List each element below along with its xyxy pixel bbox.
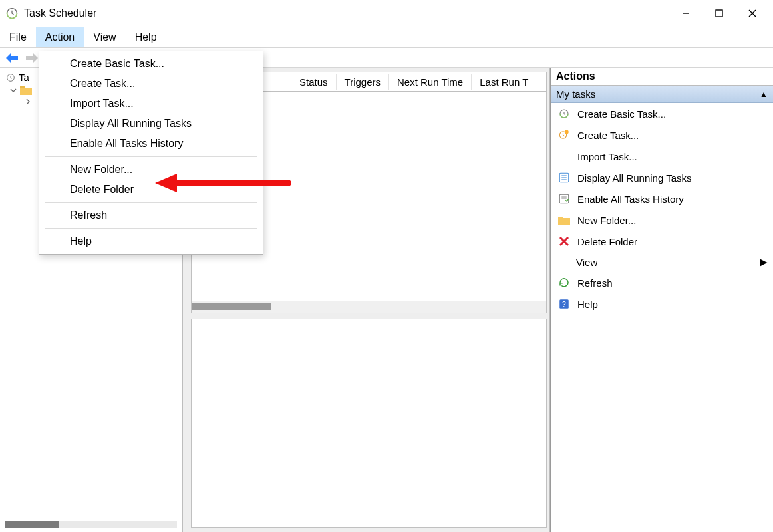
action-label: Display All Running Tasks [577, 172, 691, 184]
action-label: New Folder... [577, 215, 636, 226]
svg-rect-9 [20, 86, 25, 88]
collapse-caret-icon: ▲ [760, 90, 768, 99]
blank-icon [557, 150, 571, 163]
chevron-right-icon [24, 98, 32, 106]
toolbar-forward-button[interactable] [24, 50, 40, 66]
tree-root-label: Ta [19, 72, 29, 83]
clock-plus-icon [557, 128, 571, 142]
close-button[interactable] [737, 3, 768, 24]
col-triggers[interactable]: Triggers [337, 74, 389, 90]
actions-pane-title: Actions [551, 68, 773, 86]
action-view-submenu[interactable]: View ▶ [551, 252, 773, 272]
menu-import-task[interactable]: Import Task... [39, 94, 263, 114]
action-label: View [557, 257, 753, 268]
svg-rect-6 [10, 56, 18, 60]
menu-view[interactable]: View [84, 27, 125, 47]
svg-rect-7 [26, 56, 34, 60]
col-next-run[interactable]: Next Run Time [389, 74, 472, 90]
action-delete-folder[interactable]: Delete Folder [551, 231, 773, 252]
col-status[interactable]: Status [291, 74, 337, 90]
maximize-button[interactable] [704, 3, 734, 24]
svg-point-13 [565, 130, 569, 134]
action-label: Enable All Tasks History [577, 194, 684, 205]
action-create-task[interactable]: Create Task... [551, 124, 773, 146]
actions-group-header[interactable]: My tasks ▲ [551, 86, 773, 103]
action-help[interactable]: ? Help [551, 293, 773, 315]
list-icon [557, 171, 571, 184]
details-pane [191, 319, 547, 529]
tree-horizontal-scrollbar[interactable] [5, 521, 177, 528]
svg-marker-26 [155, 174, 177, 192]
menu-file[interactable]: File [0, 27, 36, 47]
action-create-basic-task[interactable]: Create Basic Task... [551, 103, 773, 124]
action-label: Delete Folder [577, 236, 637, 247]
svg-rect-3 [716, 10, 722, 17]
minimize-button[interactable] [671, 3, 701, 24]
action-label: Refresh [577, 277, 613, 289]
folder-icon [20, 86, 32, 95]
svg-text:?: ? [562, 300, 566, 308]
menu-display-running-tasks[interactable]: Display All Running Tasks [39, 114, 263, 134]
actions-group-label: My tasks [556, 88, 595, 100]
action-refresh[interactable]: Refresh [551, 272, 773, 293]
menu-create-basic-task[interactable]: Create Basic Task... [39, 54, 263, 74]
action-label: Create Task... [577, 130, 639, 141]
menu-enable-history[interactable]: Enable All Tasks History [39, 134, 263, 154]
action-label: Create Basic Task... [577, 108, 666, 120]
app-clock-icon [5, 7, 19, 20]
menu-action[interactable]: Action [36, 27, 84, 47]
tree-root-clock-icon [5, 72, 16, 83]
menu-refresh[interactable]: Refresh [39, 205, 263, 225]
table-horizontal-scrollbar[interactable] [191, 301, 547, 313]
help-icon: ? [557, 297, 571, 311]
action-enable-history[interactable]: Enable All Tasks History [551, 188, 773, 209]
action-new-folder[interactable]: New Folder... [551, 209, 773, 231]
menu-help[interactable]: Help [39, 231, 263, 251]
action-display-running-tasks[interactable]: Display All Running Tasks [551, 167, 773, 188]
action-label: Import Task... [577, 151, 637, 162]
chevron-down-icon [9, 86, 17, 94]
menu-help[interactable]: Help [126, 27, 166, 47]
delete-icon [557, 235, 571, 248]
actions-panel: Actions My tasks ▲ Create Basic Task... … [550, 68, 773, 532]
menu-separator [45, 228, 257, 229]
menu-separator [45, 156, 257, 157]
action-label: Help [577, 299, 598, 310]
menu-separator [45, 202, 257, 203]
refresh-icon [557, 276, 571, 289]
center-splitter[interactable] [191, 313, 547, 319]
chevron-right-icon: ▶ [760, 256, 768, 268]
window-title: Task Scheduler [24, 7, 96, 19]
folder-new-icon [557, 213, 571, 227]
list-check-icon [557, 192, 571, 205]
col-last-run[interactable]: Last Run T [472, 74, 536, 90]
clock-icon [557, 107, 571, 120]
menu-bar: File Action View Help [0, 27, 773, 48]
action-dropdown-menu: Create Basic Task... Create Task... Impo… [39, 51, 263, 255]
annotation-arrow [152, 170, 291, 198]
toolbar-back-button[interactable] [4, 50, 20, 66]
menu-create-task[interactable]: Create Task... [39, 74, 263, 94]
action-import-task[interactable]: Import Task... [551, 146, 773, 167]
title-bar: Task Scheduler [0, 0, 773, 27]
